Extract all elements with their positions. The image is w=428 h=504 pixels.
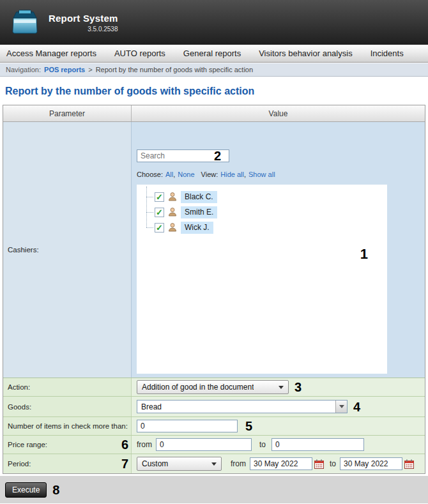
cashiers-row: Cashiers: 2 Choose: All, None View: Hide…	[3, 122, 425, 378]
action-value-cell: Addition of good in the document 3	[132, 378, 425, 396]
annotation-7: 7	[121, 457, 128, 470]
chevron-down-icon	[339, 405, 344, 408]
page-title: Report by the number of goods with speci…	[5, 86, 428, 97]
goods-label: Goods:	[8, 403, 31, 411]
items-count-param-cell: Number of items in check more than:	[3, 417, 132, 435]
period-param-cell: Period: 7	[3, 454, 132, 473]
breadcrumb-link-pos-reports[interactable]: POS reports	[44, 66, 85, 73]
annotation-3: 3	[294, 381, 302, 393]
period-value-cell: Custom from to	[132, 454, 425, 473]
price-range-value-cell: from to	[132, 436, 425, 454]
app-title: Report System	[49, 13, 118, 24]
cashiers-value-cell: 2 Choose: All, None View: Hide all, Show…	[132, 122, 425, 378]
action-param-cell: Action:	[3, 378, 132, 396]
checkbox-checked-icon[interactable]: ✓	[155, 192, 164, 202]
cashiers-param-cell: Cashiers:	[3, 122, 132, 378]
items-count-value-cell: 5	[132, 417, 425, 435]
report-parameters-table: Parameter Value Cashiers: 2 Choose: All,…	[3, 105, 425, 474]
show-all-link[interactable]: Show all	[248, 171, 275, 178]
annotation-5: 5	[245, 420, 252, 432]
app-version: 3.5.0.2538	[88, 26, 118, 33]
hide-all-link[interactable]: Hide all	[220, 171, 244, 178]
person-icon	[167, 192, 178, 202]
price-range-row: Price range: 6 from to	[3, 436, 425, 454]
annotation-8: 8	[52, 484, 59, 496]
price-from-input[interactable]	[156, 438, 252, 451]
menu-item-incidents[interactable]: Incidents	[371, 49, 404, 58]
cashier-list-item[interactable]: ✓ Smith E.	[145, 204, 387, 220]
goods-value-cell: Bread 4	[132, 397, 425, 416]
person-icon	[167, 222, 178, 233]
footer-bar: Execute 8	[0, 476, 428, 503]
chevron-down-icon	[279, 386, 284, 389]
calendar-icon[interactable]	[314, 459, 324, 469]
annotation-1: 1	[360, 247, 368, 261]
action-label: Action:	[8, 383, 30, 391]
comma-separator: ,	[244, 171, 246, 178]
select-all-link[interactable]: All	[165, 171, 173, 178]
cashier-list-item[interactable]: ✓ Wick J.	[145, 220, 387, 235]
choose-label: Choose:	[137, 171, 163, 178]
cashiers-search-line: 2	[137, 149, 425, 162]
menu-item-access-manager-reports[interactable]: Access Manager reports	[6, 49, 96, 58]
person-icon	[167, 207, 178, 217]
cashier-name[interactable]: Wick J.	[181, 222, 213, 234]
items-count-row: Number of items in check more than: 5	[3, 417, 425, 436]
price-to-label: to	[259, 440, 266, 449]
cashier-name[interactable]: Black C.	[181, 191, 217, 203]
breadcrumb-separator: >	[88, 66, 92, 73]
comma-separator: ,	[173, 171, 175, 178]
period-from-label: from	[231, 459, 246, 468]
items-count-label: Number of items in check more than:	[8, 422, 128, 430]
annotation-4: 4	[353, 401, 360, 413]
execute-button[interactable]: Execute	[5, 482, 47, 498]
price-to-input[interactable]	[271, 438, 364, 451]
period-row: Period: 7 Custom from to	[3, 454, 425, 473]
combo-dropdown-button[interactable]	[335, 401, 347, 413]
menu-item-visitors-behavior-analysis[interactable]: Visitors behavior analysis	[259, 49, 352, 58]
price-range-label: Price range:	[8, 441, 47, 448]
column-header-parameter: Parameter	[3, 105, 132, 121]
calendar-icon[interactable]	[404, 459, 414, 469]
annotation-2: 2	[214, 149, 221, 162]
annotation-6: 6	[121, 438, 128, 451]
checkbox-checked-icon[interactable]: ✓	[155, 223, 164, 233]
breadcrumb-label: Navigation:	[6, 66, 41, 73]
price-from-label: from	[137, 440, 152, 449]
period-to-label: to	[330, 459, 336, 468]
chevron-down-icon	[211, 462, 217, 466]
top-menu: Access Manager reports AUTO reports Gene…	[0, 45, 428, 63]
breadcrumb-current: Report by the number of goods with speci…	[96, 66, 253, 73]
goods-combobox[interactable]: Bread	[137, 400, 348, 413]
checkbox-checked-icon[interactable]: ✓	[155, 208, 164, 217]
app-header: Report System 3.5.0.2538	[0, 0, 428, 45]
cashiers-select-links: Choose: All, None View: Hide all, Show a…	[137, 171, 425, 178]
action-row: Action: Addition of good in the document…	[3, 378, 425, 397]
menu-item-general-reports[interactable]: General reports	[183, 49, 241, 58]
column-header-value: Value	[132, 105, 425, 121]
period-from-date-input[interactable]	[250, 457, 312, 470]
select-none-link[interactable]: None	[178, 171, 194, 178]
cashiers-tree: ✓ Black C. ✓ Smith E.	[145, 189, 387, 235]
period-to-date-input[interactable]	[340, 457, 402, 470]
table-header-row: Parameter Value	[3, 105, 425, 122]
app-title-block: Report System 3.5.0.2538	[49, 13, 118, 33]
period-label: Period:	[8, 460, 31, 468]
period-type-select[interactable]: Custom	[137, 457, 222, 471]
report-system-logo-icon	[10, 9, 40, 36]
goods-row: Goods: Bread 4	[3, 397, 425, 417]
cashier-list-item[interactable]: ✓ Black C.	[145, 189, 387, 204]
goods-param-cell: Goods:	[3, 397, 132, 416]
action-select[interactable]: Addition of good in the document	[137, 380, 289, 394]
menu-item-auto-reports[interactable]: AUTO reports	[114, 49, 165, 58]
price-range-param-cell: Price range: 6	[3, 436, 132, 454]
view-label: View:	[201, 171, 218, 178]
cashiers-label: Cashiers:	[8, 246, 39, 254]
breadcrumb: Navigation: POS reports > Report by the …	[0, 63, 428, 77]
items-count-input[interactable]	[137, 420, 238, 432]
cashiers-list-box: ✓ Black C. ✓ Smith E.	[137, 185, 387, 374]
cashier-name[interactable]: Smith E.	[181, 206, 217, 218]
